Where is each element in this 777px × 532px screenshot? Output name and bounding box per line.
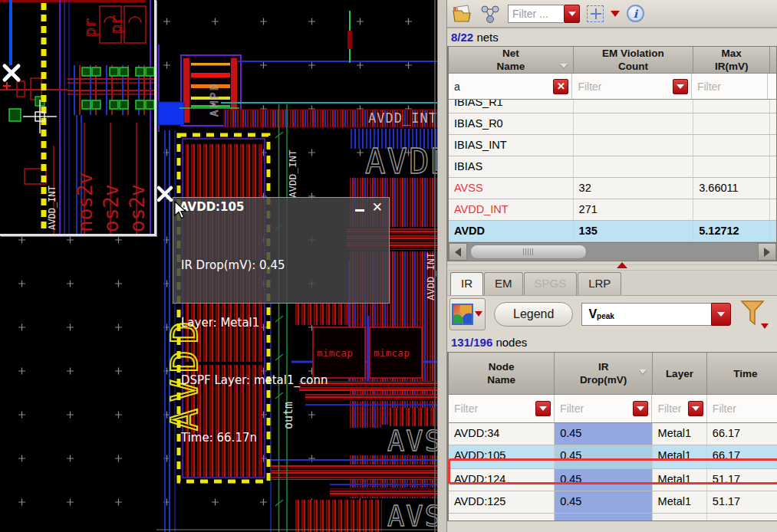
panel-splitter-horizontal[interactable] <box>447 261 777 271</box>
avs-upper-label: AVS <box>387 425 437 458</box>
table-row[interactable]: IBIAS_INT <box>449 135 776 156</box>
filter-dropdown-button[interactable] <box>673 79 688 94</box>
minimize-icon[interactable] <box>355 209 364 212</box>
net-table: Net Name EM Violation Count Max IR(mV) a… <box>447 46 777 261</box>
metric-dropdown-button[interactable] <box>711 303 731 326</box>
filter-mode-field[interactable]: Filter ... <box>508 5 564 23</box>
tab-lrp[interactable]: LRP <box>578 272 621 295</box>
column-header-node-name[interactable]: Node Name <box>449 353 555 394</box>
net-filter-combo[interactable]: Filter ... <box>508 5 580 23</box>
tooltip-dspf-layer: DSPF Layer: metal1_conn <box>181 371 381 390</box>
ir-drop-filter-input[interactable]: Filter <box>555 395 652 422</box>
node-table-body: AVDD:34 0.45 Metal1 66.17 AVDD:105 0.45 … <box>449 423 777 521</box>
table-row-selected[interactable]: AVDD:105 0.45 Metal1 66.17 <box>449 445 777 469</box>
close-icon[interactable]: ✕ <box>372 201 383 213</box>
max-ir-filter-input[interactable]: Filter <box>692 74 768 99</box>
node-filter-funnel[interactable] <box>739 300 767 329</box>
panel-splitter-vertical[interactable] <box>437 0 447 532</box>
heatmap-palette-button[interactable] <box>449 298 486 330</box>
node-info-tooltip: AVDD:105 ✕ IR Drop(mV): 0.45 Layer: Meta… <box>173 197 390 304</box>
table-row[interactable]: AVSS 32 3.66011 <box>449 178 776 199</box>
scrollbar-track[interactable] <box>467 243 758 261</box>
net-table-body: IBIAS_R1 IBIAS_R0 IBIAS_INT IBIAS <box>449 100 776 242</box>
tab-ir[interactable]: IR <box>450 272 483 295</box>
avdd-int-top-label: AVDD_INT <box>368 110 437 126</box>
zoom-dropdown-icon[interactable] <box>611 11 620 17</box>
legend-button[interactable]: Legend <box>494 302 573 327</box>
time-filter-input[interactable]: Filter <box>707 395 777 422</box>
clear-filter-button[interactable]: ✕ <box>553 79 568 94</box>
net-hierarchy-icon[interactable] <box>479 4 501 24</box>
palette-dropdown-icon[interactable] <box>473 303 483 326</box>
layout-canvas[interactable]: AMPD AVDD_INT AVDD AVS <box>0 0 437 532</box>
node-filter-row: Filter Filter Filter Filter <box>449 395 777 423</box>
table-row-selected[interactable]: AVDD 135 5.12712 <box>449 221 776 242</box>
metric-select[interactable]: Vpeak <box>581 303 731 326</box>
table-row[interactable]: AVDD:124 0.45 Metal1 51.17 <box>449 469 777 491</box>
funnel-dropdown-icon[interactable] <box>761 323 769 329</box>
nodes-summary: 131/196 nodes <box>447 332 777 352</box>
inset-cell2-label: os2v <box>100 184 123 232</box>
em-count-filter-input[interactable]: Filter <box>572 74 691 99</box>
zoom-fit-icon[interactable] <box>587 5 604 22</box>
sort-indicator-icon <box>639 369 647 374</box>
column-header-time[interactable]: Time <box>707 353 777 394</box>
metric-value[interactable]: Vpeak <box>581 303 711 326</box>
legend-toolbar: Legend Vpeak <box>447 296 777 332</box>
inset-avdd-int-label: AVDD_INT <box>47 186 58 230</box>
inset-pr1-label: pr <box>81 18 99 37</box>
avdd-int-vertical-mid-label: AVDD_INT <box>287 149 298 198</box>
table-row[interactable]: IBIAS <box>449 156 776 178</box>
avdd-big-label: AVDD <box>365 142 437 181</box>
ir-em-analysis-window: AMPD AVDD_INT AVDD AVS <box>0 0 777 532</box>
report-icon[interactable] <box>451 4 472 24</box>
nets-count: 8/22 <box>451 31 473 44</box>
filter-dropdown-button[interactable] <box>535 401 551 416</box>
column-header-net-name[interactable]: Net Name <box>449 47 574 73</box>
table-row[interactable]: AVDD:125 0.45 Metal1 51.17 <box>449 491 777 514</box>
table-row[interactable] <box>449 514 777 521</box>
column-header-em-violation-count[interactable]: EM Violation Count <box>574 47 694 73</box>
column-header-ir-drop[interactable]: IR Drop(mV) <box>555 353 652 394</box>
tooltip-layer: Layer: Metal1 <box>181 314 381 333</box>
net-table-hscrollbar[interactable] <box>449 242 776 261</box>
scroll-right-button[interactable] <box>758 243 776 261</box>
table-row[interactable]: IBIAS_R1 <box>449 100 776 113</box>
net-name-filter-input[interactable]: a ✕ <box>449 74 572 99</box>
mouse-cursor <box>174 201 188 219</box>
tab-em[interactable]: EM <box>484 272 523 295</box>
node-table-header: Node Name IR Drop(mV) Layer Time <box>449 353 777 395</box>
filter-dropdown-button[interactable] <box>633 401 648 416</box>
tab-spgs[interactable]: SPGS <box>524 272 578 295</box>
nodes-count-label: nodes <box>496 336 527 349</box>
avs-lower-label: AVS <box>387 500 437 532</box>
filter-dropdown-button[interactable] <box>564 5 580 23</box>
node-name-filter-input[interactable]: Filter <box>449 395 555 422</box>
layer-filter-input[interactable]: Filter <box>652 395 706 422</box>
inset-pr2-label: pr <box>107 15 125 34</box>
nets-summary: 8/22 nets <box>447 28 777 46</box>
sort-indicator-icon <box>560 64 568 68</box>
node-table: Node Name IR Drop(mV) Layer Time Filter <box>447 352 777 521</box>
amp-block-label: AMPD <box>208 81 220 117</box>
zoom-inset-view[interactable]: pr pr <box>0 0 156 236</box>
tooltip-ir-drop: IR Drop(mV): 0.45 <box>181 256 381 275</box>
nodes-count: 131/196 <box>451 336 492 349</box>
scrollbar-thumb[interactable] <box>470 245 587 259</box>
table-row[interactable]: AVDD:34 0.45 Metal1 66.17 <box>449 423 777 445</box>
info-icon[interactable]: i <box>627 5 644 22</box>
filter-dropdown-button[interactable] <box>688 401 703 416</box>
panel-toolbar: Filter ... i <box>447 0 777 28</box>
result-tabs: IR EM SPGS LRP <box>447 271 777 296</box>
net-filter-row: a ✕ Filter Filter <box>449 74 776 100</box>
column-header-layer[interactable]: Layer <box>653 353 707 394</box>
heatmap-icon <box>452 304 473 325</box>
collapse-icon[interactable] <box>617 262 627 268</box>
table-row[interactable]: IBIAS_R0 <box>449 113 776 135</box>
inset-cell3-label: os2v <box>126 184 149 232</box>
table-row[interactable]: AVDD_INT 271 <box>449 199 776 221</box>
net-table-header: Net Name EM Violation Count Max IR(mV) <box>449 47 776 74</box>
tooltip-time: Time: 66.17n <box>181 429 381 448</box>
scroll-left-button[interactable] <box>449 243 467 261</box>
column-header-max-ir[interactable]: Max IR(mV) <box>693 47 770 73</box>
